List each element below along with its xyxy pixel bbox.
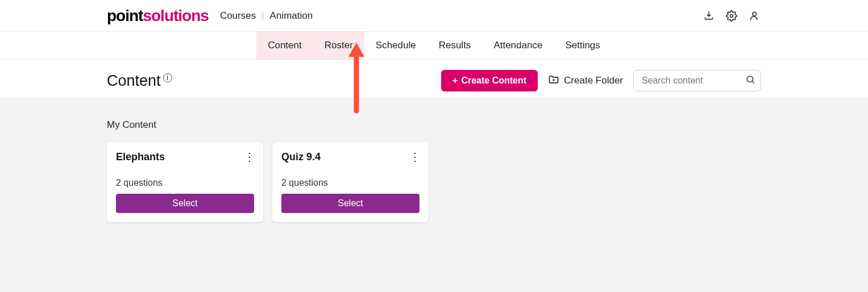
page-title: Content i <box>107 72 172 90</box>
cards: ⋮ Elephants 2 questions Select ⋮ Quiz 9.… <box>107 142 761 222</box>
create-content-button[interactable]: + Create Content <box>441 70 538 91</box>
tabs: Content Roster Schedule Results Attendan… <box>0 32 868 60</box>
kebab-icon[interactable]: ⋮ <box>242 149 258 165</box>
tab-attendance[interactable]: Attendance <box>482 32 554 59</box>
svg-point-1 <box>753 12 757 16</box>
svg-point-0 <box>730 14 733 17</box>
breadcrumb: Courses | Animation <box>220 10 313 22</box>
card-title: Elephants <box>116 151 254 163</box>
search-input[interactable] <box>633 70 761 91</box>
actions: + Create Content Create Folder <box>441 70 761 91</box>
tab-schedule[interactable]: Schedule <box>364 32 427 59</box>
content-header: Content i + Create Content Create Folder <box>0 60 868 99</box>
main-content: My Content ⋮ Elephants 2 questions Selec… <box>0 99 868 292</box>
tab-roster[interactable]: Roster <box>313 32 364 59</box>
breadcrumb-courses[interactable]: Courses <box>220 10 256 22</box>
content-card: ⋮ Quiz 9.4 2 questions Select <box>272 142 429 222</box>
create-folder-label: Create Folder <box>564 75 623 86</box>
create-folder-button[interactable]: Create Folder <box>548 74 623 88</box>
folder-plus-icon <box>548 74 559 88</box>
tab-results[interactable]: Results <box>427 32 483 59</box>
user-icon[interactable] <box>747 9 761 23</box>
page-title-text: Content <box>107 72 161 90</box>
tab-content[interactable]: Content <box>256 32 313 59</box>
download-icon[interactable] <box>702 9 716 23</box>
select-button[interactable]: Select <box>116 194 254 213</box>
logo-part2: solutions <box>143 7 208 25</box>
breadcrumb-current: Animation <box>270 10 313 22</box>
gear-icon[interactable] <box>725 9 738 23</box>
top-bar: pointsolutions Courses | Animation <box>0 0 868 32</box>
app-logo: pointsolutions <box>107 7 209 25</box>
top-icons <box>702 9 761 23</box>
card-title: Quiz 9.4 <box>281 151 420 163</box>
tab-settings[interactable]: Settings <box>554 32 611 59</box>
logo-part1: point <box>107 7 143 25</box>
card-subtitle: 2 questions <box>116 178 254 188</box>
card-subtitle: 2 questions <box>281 178 420 188</box>
create-content-label: Create Content <box>461 76 526 86</box>
select-button[interactable]: Select <box>281 194 420 213</box>
search-wrap <box>633 70 761 91</box>
breadcrumb-separator: | <box>261 10 264 22</box>
kebab-icon[interactable]: ⋮ <box>407 149 423 165</box>
info-icon[interactable]: i <box>163 73 172 82</box>
plus-icon: + <box>452 76 458 86</box>
section-title: My Content <box>107 119 761 131</box>
content-card: ⋮ Elephants 2 questions Select <box>107 142 263 222</box>
